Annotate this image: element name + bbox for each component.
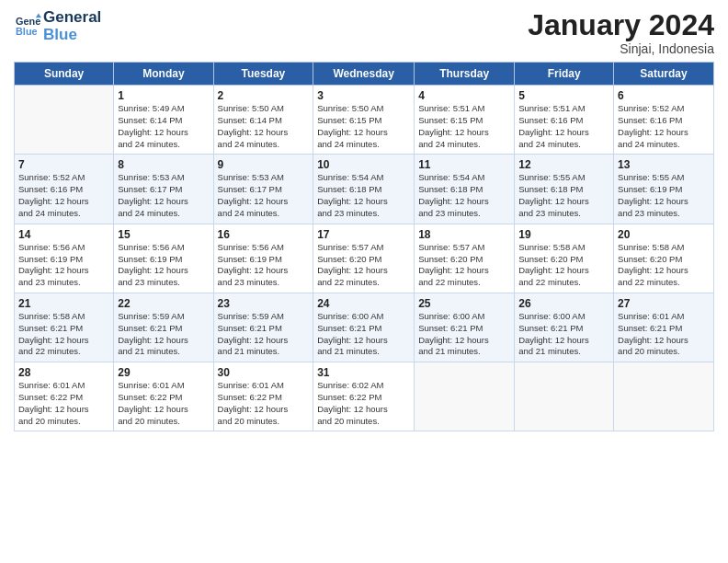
- day-detail: Sunrise: 5:52 AMSunset: 6:16 PMDaylight:…: [618, 103, 710, 150]
- svg-text:Blue: Blue: [16, 26, 38, 37]
- day-number: 3: [317, 89, 410, 102]
- calendar-cell: 19Sunrise: 5:58 AMSunset: 6:20 PMDayligh…: [515, 224, 614, 293]
- calendar-cell: 13Sunrise: 5:55 AMSunset: 6:19 PMDayligh…: [614, 155, 714, 224]
- day-number: 17: [317, 228, 410, 241]
- weekday-header-sunday: Sunday: [15, 63, 114, 86]
- weekday-header-friday: Friday: [515, 63, 614, 86]
- calendar-cell: 23Sunrise: 5:59 AMSunset: 6:21 PMDayligh…: [213, 293, 313, 362]
- calendar-cell: 22Sunrise: 5:59 AMSunset: 6:21 PMDayligh…: [114, 293, 213, 362]
- day-number: 27: [618, 297, 710, 310]
- weekday-header-wednesday: Wednesday: [313, 63, 415, 86]
- logo-icon: General Blue: [16, 12, 41, 38]
- calendar-cell: 7Sunrise: 5:52 AMSunset: 6:16 PMDaylight…: [15, 155, 114, 224]
- day-detail: Sunrise: 5:50 AMSunset: 6:15 PMDaylight:…: [317, 103, 410, 150]
- calendar-cell: 20Sunrise: 5:58 AMSunset: 6:20 PMDayligh…: [614, 224, 714, 293]
- logo: General Blue General Blue: [14, 9, 101, 43]
- calendar-cell: 16Sunrise: 5:56 AMSunset: 6:19 PMDayligh…: [213, 224, 313, 293]
- calendar-cell: 21Sunrise: 5:58 AMSunset: 6:21 PMDayligh…: [15, 293, 114, 362]
- calendar-cell: 14Sunrise: 5:56 AMSunset: 6:19 PMDayligh…: [15, 224, 114, 293]
- calendar-cell: 17Sunrise: 5:57 AMSunset: 6:20 PMDayligh…: [313, 224, 415, 293]
- day-number: 25: [418, 297, 510, 310]
- day-number: 26: [518, 297, 609, 310]
- day-detail: Sunrise: 5:54 AMSunset: 6:18 PMDaylight:…: [317, 172, 410, 219]
- calendar-cell: 26Sunrise: 6:00 AMSunset: 6:21 PMDayligh…: [515, 293, 614, 362]
- day-number: 4: [418, 89, 510, 102]
- day-number: 5: [518, 89, 609, 102]
- day-number: 24: [317, 297, 410, 310]
- calendar-cell: [515, 362, 614, 431]
- day-number: 28: [18, 366, 109, 379]
- day-number: 19: [518, 228, 609, 241]
- day-number: 18: [418, 228, 510, 241]
- day-detail: Sunrise: 5:51 AMSunset: 6:15 PMDaylight:…: [418, 103, 510, 150]
- day-detail: Sunrise: 6:00 AMSunset: 6:21 PMDaylight:…: [418, 311, 510, 358]
- day-detail: Sunrise: 5:55 AMSunset: 6:19 PMDaylight:…: [618, 172, 710, 219]
- day-number: 30: [218, 366, 310, 379]
- day-number: 12: [518, 158, 609, 171]
- calendar-cell: 15Sunrise: 5:56 AMSunset: 6:19 PMDayligh…: [114, 224, 213, 293]
- day-detail: Sunrise: 5:59 AMSunset: 6:21 PMDaylight:…: [218, 311, 310, 358]
- day-number: 14: [18, 228, 109, 241]
- day-number: 16: [218, 228, 310, 241]
- calendar-cell: 27Sunrise: 6:01 AMSunset: 6:21 PMDayligh…: [614, 293, 714, 362]
- calendar-cell: 10Sunrise: 5:54 AMSunset: 6:18 PMDayligh…: [313, 155, 415, 224]
- calendar-cell: 29Sunrise: 6:01 AMSunset: 6:22 PMDayligh…: [114, 362, 213, 431]
- day-detail: Sunrise: 5:53 AMSunset: 6:17 PMDaylight:…: [218, 172, 310, 219]
- day-detail: Sunrise: 5:54 AMSunset: 6:18 PMDaylight:…: [418, 172, 510, 219]
- weekday-header-monday: Monday: [114, 63, 213, 86]
- day-detail: Sunrise: 5:56 AMSunset: 6:19 PMDaylight:…: [118, 242, 209, 289]
- calendar-cell: 30Sunrise: 6:01 AMSunset: 6:22 PMDayligh…: [213, 362, 313, 431]
- day-number: 6: [618, 89, 710, 102]
- day-detail: Sunrise: 5:49 AMSunset: 6:14 PMDaylight:…: [118, 103, 209, 150]
- weekday-header-saturday: Saturday: [614, 63, 714, 86]
- calendar-table: SundayMondayTuesdayWednesdayThursdayFrid…: [14, 62, 714, 431]
- weekday-header-tuesday: Tuesday: [213, 63, 313, 86]
- day-number: 10: [317, 158, 410, 171]
- calendar-cell: 9Sunrise: 5:53 AMSunset: 6:17 PMDaylight…: [213, 155, 313, 224]
- calendar-cell: 8Sunrise: 5:53 AMSunset: 6:17 PMDaylight…: [114, 155, 213, 224]
- day-detail: Sunrise: 6:01 AMSunset: 6:21 PMDaylight:…: [618, 311, 710, 358]
- day-detail: Sunrise: 6:01 AMSunset: 6:22 PMDaylight:…: [18, 380, 109, 427]
- header: General Blue General Blue January 2024 S…: [14, 9, 714, 56]
- day-detail: Sunrise: 5:53 AMSunset: 6:17 PMDaylight:…: [118, 172, 209, 219]
- month-title: January 2024: [528, 9, 714, 41]
- logo-line2: Blue: [43, 27, 101, 44]
- day-detail: Sunrise: 5:50 AMSunset: 6:14 PMDaylight:…: [218, 103, 310, 150]
- calendar-cell: 6Sunrise: 5:52 AMSunset: 6:16 PMDaylight…: [614, 86, 714, 155]
- calendar-cell: 5Sunrise: 5:51 AMSunset: 6:16 PMDaylight…: [515, 86, 614, 155]
- day-detail: Sunrise: 5:58 AMSunset: 6:20 PMDaylight:…: [618, 242, 710, 289]
- day-number: 2: [218, 89, 310, 102]
- day-number: 23: [218, 297, 310, 310]
- day-number: 29: [118, 366, 209, 379]
- day-detail: Sunrise: 6:01 AMSunset: 6:22 PMDaylight:…: [218, 380, 310, 427]
- day-detail: Sunrise: 5:55 AMSunset: 6:18 PMDaylight:…: [518, 172, 609, 219]
- day-detail: Sunrise: 5:57 AMSunset: 6:20 PMDaylight:…: [418, 242, 510, 289]
- day-number: 21: [18, 297, 109, 310]
- calendar-cell: 24Sunrise: 6:00 AMSunset: 6:21 PMDayligh…: [313, 293, 415, 362]
- logo-line1: General: [43, 9, 101, 27]
- day-detail: Sunrise: 6:02 AMSunset: 6:22 PMDaylight:…: [317, 380, 410, 427]
- calendar-cell: 4Sunrise: 5:51 AMSunset: 6:15 PMDaylight…: [415, 86, 515, 155]
- weekday-header-thursday: Thursday: [415, 63, 515, 86]
- location: Sinjai, Indonesia: [528, 41, 714, 56]
- day-number: 13: [618, 158, 710, 171]
- day-detail: Sunrise: 6:00 AMSunset: 6:21 PMDaylight:…: [518, 311, 609, 358]
- calendar-cell: 25Sunrise: 6:00 AMSunset: 6:21 PMDayligh…: [415, 293, 515, 362]
- calendar-cell: 1Sunrise: 5:49 AMSunset: 6:14 PMDaylight…: [114, 86, 213, 155]
- calendar-cell: 31Sunrise: 6:02 AMSunset: 6:22 PMDayligh…: [313, 362, 415, 431]
- day-detail: Sunrise: 5:56 AMSunset: 6:19 PMDaylight:…: [218, 242, 310, 289]
- page: General Blue General Blue January 2024 S…: [0, 0, 728, 441]
- day-number: 7: [18, 158, 109, 171]
- calendar-cell: 2Sunrise: 5:50 AMSunset: 6:14 PMDaylight…: [213, 86, 313, 155]
- day-detail: Sunrise: 6:01 AMSunset: 6:22 PMDaylight:…: [118, 380, 209, 427]
- day-number: 22: [118, 297, 209, 310]
- calendar-cell: 11Sunrise: 5:54 AMSunset: 6:18 PMDayligh…: [415, 155, 515, 224]
- day-detail: Sunrise: 5:57 AMSunset: 6:20 PMDaylight:…: [317, 242, 410, 289]
- title-block: January 2024 Sinjai, Indonesia: [528, 9, 714, 56]
- day-detail: Sunrise: 5:59 AMSunset: 6:21 PMDaylight:…: [118, 311, 209, 358]
- calendar-cell: 12Sunrise: 5:55 AMSunset: 6:18 PMDayligh…: [515, 155, 614, 224]
- day-detail: Sunrise: 5:51 AMSunset: 6:16 PMDaylight:…: [518, 103, 609, 150]
- day-detail: Sunrise: 5:58 AMSunset: 6:21 PMDaylight:…: [18, 311, 109, 358]
- calendar-cell: 28Sunrise: 6:01 AMSunset: 6:22 PMDayligh…: [15, 362, 114, 431]
- calendar-cell: 18Sunrise: 5:57 AMSunset: 6:20 PMDayligh…: [415, 224, 515, 293]
